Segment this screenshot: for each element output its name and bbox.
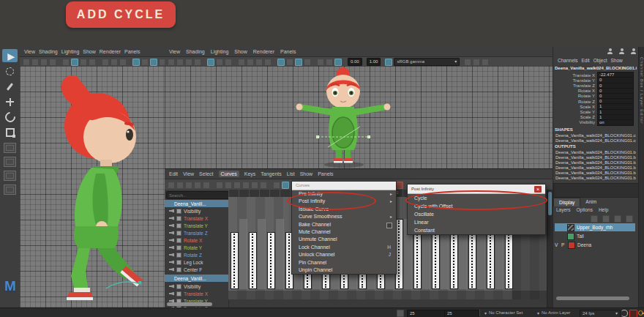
layer-panel-scrollbar[interactable] <box>556 297 629 300</box>
menu-panels[interactable]: Panels <box>124 49 140 54</box>
mute-icon[interactable] <box>169 253 174 257</box>
viewport-toolbar-icon[interactable] <box>168 59 175 66</box>
outliner-object-row[interactable]: Deena_Vanill... <box>165 275 238 282</box>
ge-menu-tangents[interactable]: Tangents <box>261 171 281 176</box>
channel-checkbox[interactable] <box>176 253 181 258</box>
viewport-toolbar-icon[interactable] <box>62 59 70 66</box>
viewport-toolbar-icon[interactable] <box>238 59 245 66</box>
gamma-field[interactable]: 1.00 <box>367 58 381 66</box>
output-node-item[interactable]: Deena_Vanilla_walk024_BLOCKING01.bl... <box>555 150 636 155</box>
outliner-horizontal-scrollbar[interactable] <box>167 302 212 306</box>
menu-item-isolate-curve[interactable]: Isolate Curve <box>292 206 396 213</box>
help-menu[interactable]: Help <box>599 207 608 212</box>
anim-layer-dropdown[interactable]: ▾ No Anim Layer <box>537 310 570 316</box>
outliner-channel-row[interactable]: Leg Lock <box>165 258 228 266</box>
viewport-toolbar-icon[interactable] <box>317 59 324 66</box>
exposure-field[interactable]: 0.00 <box>348 58 362 66</box>
move-tool-button[interactable] <box>2 95 18 108</box>
menu-shading[interactable]: Shading <box>39 49 58 54</box>
new-layer-icon[interactable] <box>626 215 633 223</box>
menu-show[interactable]: Show <box>83 49 96 54</box>
channel-checkbox[interactable] <box>176 245 181 250</box>
layer-row-tail[interactable]: Tail <box>555 232 635 240</box>
cb-menu-object[interactable]: Object <box>594 58 607 63</box>
layout-outliner-pane-button[interactable] <box>4 184 16 195</box>
curves-menu-tearoff[interactable]: Curves <box>292 182 396 190</box>
viewport-toolbar-icon[interactable] <box>464 59 471 66</box>
mute-icon[interactable] <box>169 224 174 228</box>
viewport2-canvas[interactable] <box>165 66 553 168</box>
channel-checkbox[interactable] <box>176 216 181 221</box>
scrollbar-thumb[interactable] <box>548 192 552 215</box>
output-node-item[interactable]: Deena_Vanilla_walk024_BLOCKING01.bl... <box>555 155 636 160</box>
outliner-channel-row[interactable]: Visibility <box>165 207 228 215</box>
color-management-icon[interactable] <box>385 59 392 66</box>
ge-menu-select[interactable]: Select <box>199 171 213 176</box>
menu-item-cycle-with-offset[interactable]: Cycle with Offset <box>408 202 545 210</box>
ge-toolbar-icon[interactable] <box>242 182 250 189</box>
viewport-toolbar-icon[interactable] <box>207 59 214 66</box>
menu-item-constant[interactable]: Constant <box>408 226 545 234</box>
viewport-toolbar-icon[interactable] <box>40 59 48 66</box>
search-input[interactable] <box>166 191 229 199</box>
ge-menu-keys[interactable]: Keys <box>244 171 256 176</box>
viewport-toolbar-icon[interactable] <box>482 59 489 66</box>
cb-menu-channels[interactable]: Channels <box>558 58 577 63</box>
menu-item-lock-channel[interactable]: Lock ChannelH <box>292 244 396 251</box>
viewport-toolbar-icon[interactable] <box>216 59 223 66</box>
channel-checkbox[interactable] <box>176 209 181 214</box>
cb-menu-show[interactable]: Show <box>610 58 622 63</box>
menu-item-mute-channel[interactable]: Mute Channel <box>292 228 396 236</box>
layout-split-pane-button[interactable] <box>4 171 16 181</box>
rotate-tool-button[interactable] <box>2 111 18 124</box>
mute-icon[interactable] <box>169 231 174 235</box>
viewport-toolbar-icon[interactable] <box>132 59 140 66</box>
keyframe-column[interactable] <box>267 232 275 289</box>
ge-toolbar-icon[interactable] <box>233 182 241 189</box>
output-node-item[interactable]: Deena_Vanilla_walk024_BLOCKING01.bl... <box>555 165 636 171</box>
viewport-toolbar-icon[interactable] <box>111 59 118 66</box>
menu-view[interactable]: View <box>169 49 180 54</box>
option-box-icon[interactable] <box>386 223 392 228</box>
menu-item-unmute-channel[interactable]: Unmute Channel <box>292 236 396 243</box>
shape-node-item[interactable]: Deena_Vanilla_walk024_BLOCKING01.cu... <box>555 133 636 138</box>
menu-item-cycle[interactable]: Cycle <box>408 194 545 202</box>
viewport-toolbar-icon[interactable] <box>264 59 272 66</box>
ge-toolbar-icon[interactable] <box>194 182 201 189</box>
mute-icon[interactable] <box>169 292 174 296</box>
viewport-toolbar-icon[interactable] <box>102 59 109 66</box>
menu-shading[interactable]: Shading <box>186 49 205 54</box>
viewport-toolbar-icon[interactable] <box>150 59 157 66</box>
channel-checkbox[interactable] <box>176 284 181 289</box>
ge-toolbar-icon[interactable] <box>176 182 184 189</box>
ge-toolbar-icon[interactable] <box>251 182 258 189</box>
viewport-toolbar-icon[interactable] <box>119 59 127 66</box>
ge-toolbar-icon[interactable] <box>216 182 223 189</box>
viewport-toolbar-icon[interactable] <box>334 59 342 66</box>
channel-checkbox[interactable] <box>176 267 181 272</box>
layer-visibility-toggle[interactable]: V <box>555 242 559 247</box>
layer-row-deena[interactable]: V P Deena <box>555 241 635 249</box>
character-set-dropdown[interactable]: ▾ No Character Set <box>484 310 523 316</box>
layer-swatch[interactable] <box>567 224 574 231</box>
keyframe-column[interactable] <box>249 232 257 289</box>
mute-icon[interactable] <box>169 261 174 264</box>
ge-toolbar-icon[interactable] <box>203 182 210 189</box>
menu-item-curve-smoothness[interactable]: Curve Smoothness▸ <box>292 213 396 220</box>
character-set-icon[interactable] <box>607 48 613 54</box>
viewport-toolbar-icon[interactable] <box>473 59 480 66</box>
shape-node-item[interactable]: Deena_Vanilla_walk024_BLOCKING01.cu... <box>555 138 636 143</box>
ge-toolbar-icon[interactable] <box>185 182 192 189</box>
viewport-toolbar-icon[interactable] <box>176 59 184 66</box>
viewport-toolbar-icon[interactable] <box>49 59 56 66</box>
ge-menu-curves[interactable]: Curves <box>219 171 239 177</box>
pencil-icon[interactable] <box>631 48 636 54</box>
layout-four-pane-button[interactable] <box>4 157 16 167</box>
outliner-object-row[interactable]: Deena_Vanill... <box>165 200 238 207</box>
outliner-channel-row[interactable]: Visibility <box>165 283 228 290</box>
viewport-toolbar-icon[interactable] <box>247 59 254 66</box>
user-icon[interactable] <box>619 48 624 54</box>
menu-item-unlock-channel[interactable]: Unlock ChannelJ <box>292 251 396 258</box>
new-layer-icon[interactable] <box>602 215 610 223</box>
layers-menu[interactable]: Layers <box>556 207 571 212</box>
